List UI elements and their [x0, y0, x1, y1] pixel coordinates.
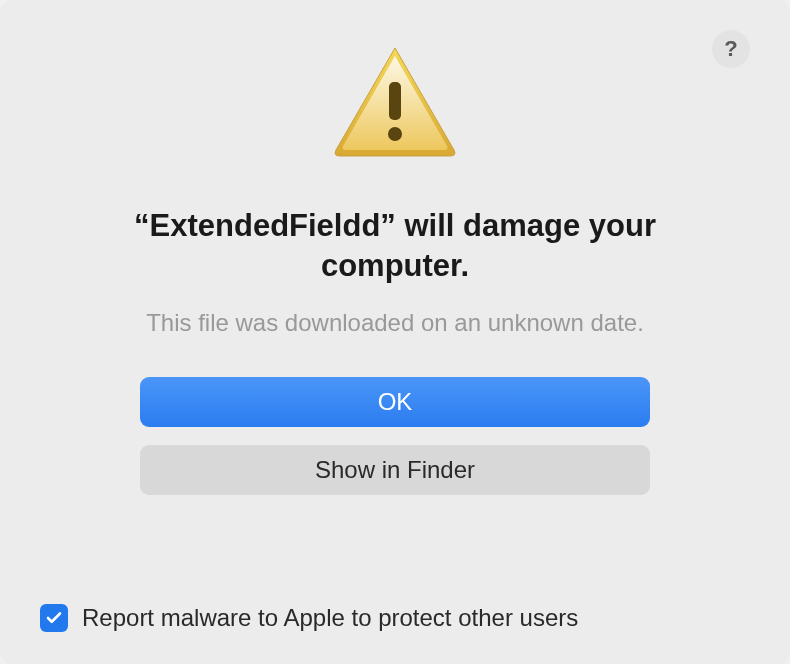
report-malware-label: Report malware to Apple to protect other…	[82, 604, 578, 632]
report-malware-row: Report malware to Apple to protect other…	[40, 604, 578, 632]
svg-point-1	[388, 127, 402, 141]
ok-button[interactable]: OK	[140, 377, 650, 427]
dialog-subtitle: This file was downloaded on an unknown d…	[146, 309, 644, 337]
button-group: OK Show in Finder	[40, 377, 750, 495]
svg-rect-0	[389, 82, 401, 120]
help-icon: ?	[724, 36, 737, 62]
help-button[interactable]: ?	[712, 30, 750, 68]
dialog-title: “ExtendedFieldd” will damage your comput…	[40, 206, 750, 287]
show-in-finder-button[interactable]: Show in Finder	[140, 445, 650, 495]
checkmark-icon	[45, 609, 63, 627]
malware-warning-dialog: ? “ExtendedFieldd” will damage your comp…	[0, 0, 790, 664]
report-malware-checkbox[interactable]	[40, 604, 68, 632]
warning-icon	[330, 42, 460, 166]
